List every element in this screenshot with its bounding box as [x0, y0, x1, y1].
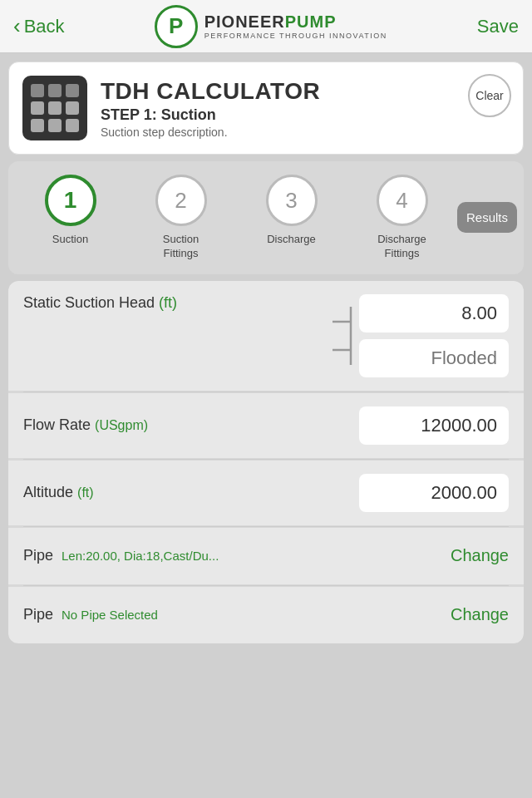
step-1-label: Suction	[52, 233, 88, 247]
step-3-circle: 3	[266, 175, 318, 226]
step-2-circle: 2	[155, 175, 207, 226]
step-description: Suction step description.	[101, 126, 510, 139]
flow-rate-label: Flow Rate (USgpm)	[23, 416, 148, 434]
logo: P PIONEERPUMP PERFORMANCE THROUGH INNOVA…	[155, 5, 387, 48]
step-1[interactable]: 1 Suction	[15, 175, 126, 247]
step-2-label: SuctionFittings	[163, 233, 199, 261]
back-label: Back	[24, 16, 65, 37]
calculator-icon	[22, 76, 87, 140]
static-suction-head-row: Static Suction Head (ft)	[8, 281, 524, 391]
steps-section: 1 Suction 2 SuctionFittings 3 Discharge …	[8, 161, 524, 274]
step-4-circle: 4	[377, 175, 428, 226]
step-1-circle: 1	[45, 175, 96, 226]
pipe-1-label: Pipe	[23, 547, 53, 564]
step-2[interactable]: 2 SuctionFittings	[126, 175, 236, 261]
pipe-1-change-button[interactable]: Change	[451, 546, 509, 565]
pipe-2-label: Pipe	[23, 606, 53, 623]
step-3[interactable]: 3 Discharge	[236, 175, 347, 247]
pipe-2-value: No Pipe Selected	[62, 608, 158, 622]
step-4-label: DischargeFittings	[377, 233, 426, 261]
static-suction-head-label: Static Suction Head (ft)	[23, 294, 177, 312]
logo-tagline: PERFORMANCE THROUGH INNOVATION	[204, 32, 387, 40]
flow-rate-input[interactable]	[359, 406, 509, 445]
logo-pioneer-text: PIONEER	[204, 12, 285, 31]
static-suction-value-input[interactable]	[359, 294, 509, 332]
back-button[interactable]: ‹ Back	[13, 13, 65, 39]
step-3-label: Discharge	[267, 233, 316, 247]
logo-icon: P	[155, 5, 198, 48]
nav-bar: ‹ Back P PIONEERPUMP PERFORMANCE THROUGH…	[0, 0, 532, 53]
chevron-left-icon: ‹	[13, 13, 21, 39]
results-button[interactable]: Results	[457, 202, 517, 233]
pipe-2-row: Pipe No Pipe Selected Change	[8, 587, 524, 643]
calculator-title: TDH CALCULATOR	[101, 78, 510, 105]
form-section: Static Suction Head (ft)	[8, 281, 524, 643]
altitude-row: Altitude (ft)	[8, 461, 524, 525]
pipe-2-change-button[interactable]: Change	[451, 605, 509, 624]
branch-lines-icon	[324, 298, 354, 373]
pipe-1-row: Pipe Len:20.00, Dia:18,Cast/Du... Change	[8, 528, 524, 584]
header-card: TDH CALCULATOR STEP 1: Suction Suction s…	[8, 62, 524, 155]
static-suction-flooded-input[interactable]	[359, 339, 509, 377]
step-4[interactable]: 4 DischargeFittings	[347, 175, 457, 261]
clear-button[interactable]: Clear	[468, 74, 511, 117]
logo-pump-text: PUMP	[285, 12, 337, 31]
altitude-input[interactable]	[359, 474, 509, 512]
pipe-1-value: Len:20.00, Dia:18,Cast/Du...	[62, 549, 219, 563]
save-button[interactable]: Save	[477, 16, 519, 37]
step-label: STEP 1: Suction	[101, 106, 510, 124]
altitude-label: Altitude (ft)	[23, 484, 94, 501]
flow-rate-row: Flow Rate (USgpm)	[8, 393, 524, 458]
